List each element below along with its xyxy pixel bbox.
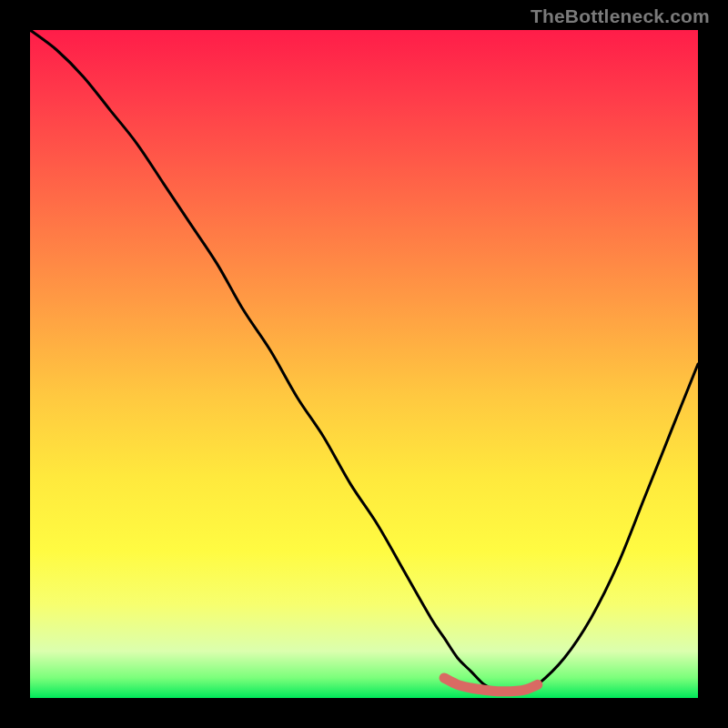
- plot-area: [30, 30, 698, 698]
- sweet-spot-band: [444, 678, 538, 692]
- chart-frame: TheBottleneck.com: [0, 0, 728, 728]
- watermark-label: TheBottleneck.com: [531, 5, 710, 27]
- bottleneck-curve: [30, 30, 698, 692]
- chart-svg: [30, 30, 698, 698]
